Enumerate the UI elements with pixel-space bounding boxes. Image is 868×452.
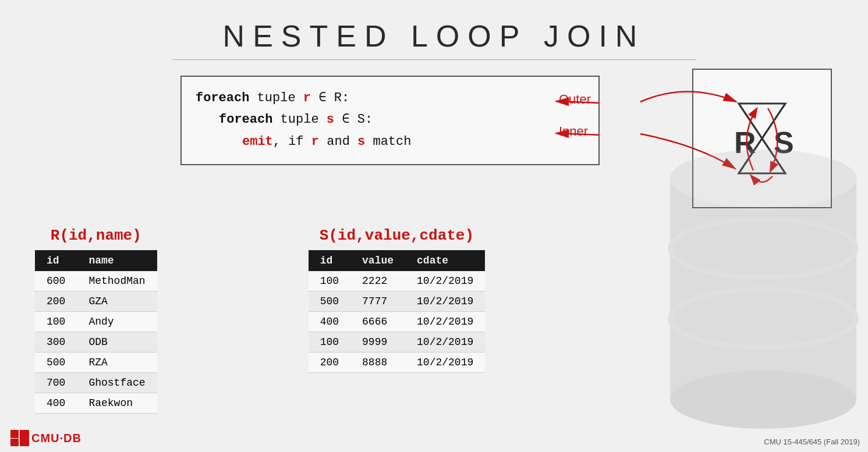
table-row: 500777710/2/2019 — [309, 291, 486, 312]
footer-left: CMU·DB — [10, 430, 82, 446]
code-line-2: foreach tuple s ∈ S: — [196, 109, 584, 130]
cmu-db-text: CMU·DB — [31, 432, 82, 445]
table-s-group: S(id,value,cdate) id value cdate 1002222… — [309, 227, 486, 414]
code-box: foreach tuple r ∈ R: foreach tuple s ∈ S… — [180, 76, 600, 165]
table-row: 400666610/2/2019 — [309, 312, 486, 332]
table-row: 200GZA — [35, 291, 157, 312]
outer-label: Outer — [559, 92, 591, 107]
svg-point-7 — [670, 371, 856, 429]
svg-rect-11 — [10, 430, 19, 438]
table-r-group: R(id,name) id name 600MethodMan200GZA100… — [35, 227, 157, 414]
table-row: 300ODB — [35, 332, 157, 353]
table-r-body: 600MethodMan200GZA100Andy300ODB500RZA700… — [35, 271, 157, 414]
db-cylinder-decoration — [658, 144, 868, 435]
svg-rect-13 — [20, 430, 29, 446]
footer-right: CMU 15-445/645 (Fall 2019) — [764, 437, 860, 446]
svg-point-8 — [670, 150, 856, 208]
table-row: 600MethodMan — [35, 271, 157, 291]
if-text: , if — [273, 134, 311, 149]
foreach-kw-2: foreach — [219, 112, 272, 127]
and-text: and — [319, 134, 357, 149]
cmu-logo-icon — [10, 430, 29, 446]
table-row: 100999910/2/2019 — [309, 332, 486, 353]
table-row: 100222210/2/2019 — [309, 271, 486, 291]
table-s-title: S(id,value,cdate) — [320, 227, 474, 244]
table-row: 700Ghostface — [35, 373, 157, 393]
emit-kw: emit — [242, 134, 273, 149]
svg-rect-12 — [10, 439, 19, 446]
s-col-cdate: cdate — [405, 250, 485, 271]
table-s-header: id value cdate — [309, 250, 486, 271]
var-s-2: s — [357, 134, 365, 149]
s-col-value: value — [350, 250, 405, 271]
table-row: 500RZA — [35, 353, 157, 373]
tuple-text-1: tuple — [249, 91, 303, 105]
table-row: 100Andy — [35, 312, 157, 332]
var-r: r — [303, 91, 311, 105]
r-col-name: name — [77, 250, 157, 271]
in-S: ∈ S: — [334, 112, 373, 127]
table-row: 200888810/2/2019 — [309, 353, 486, 373]
tuple-text-2: tuple — [272, 112, 326, 127]
table-r-header: id name — [35, 250, 157, 271]
r-col-id: id — [35, 250, 77, 271]
tables-section: R(id,name) id name 600MethodMan200GZA100… — [35, 227, 485, 414]
code-line-1: foreach tuple r ∈ R: — [196, 87, 584, 109]
cmu-db-logo: CMU·DB — [10, 430, 82, 446]
var-r-2: r — [311, 134, 319, 149]
table-r: id name 600MethodMan200GZA100Andy300ODB5… — [35, 250, 157, 414]
match-text: match — [365, 134, 411, 149]
code-line-3: emit, if r and s match — [196, 131, 584, 152]
var-s: s — [327, 112, 334, 127]
table-s: id value cdate 100222210/2/2019500777710… — [309, 250, 486, 373]
table-r-title: R(id,name) — [51, 227, 141, 244]
title-divider — [172, 59, 696, 60]
table-s-body: 100222210/2/2019500777710/2/201940066661… — [309, 271, 486, 373]
table-row: 400Raekwon — [35, 393, 157, 414]
s-col-id: id — [309, 250, 350, 271]
inner-label: Inner — [559, 124, 588, 139]
foreach-kw-1: foreach — [196, 91, 249, 105]
page-title: NESTED LOOP JOIN — [0, 0, 868, 54]
in-R: ∈ R: — [311, 91, 349, 105]
